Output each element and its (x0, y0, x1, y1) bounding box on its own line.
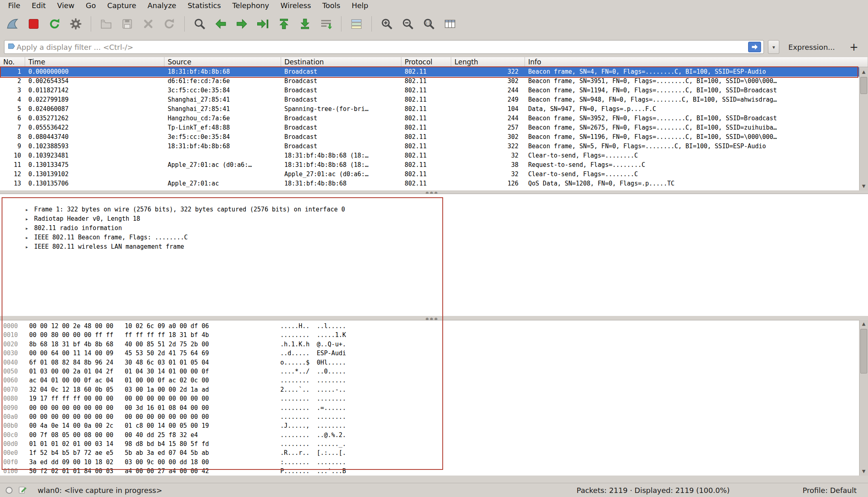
profile-label[interactable]: Profile: Default (802, 486, 862, 495)
packet-row[interactable]: 5 0.024060087 Shanghai_27:85:41 Spanning… (0, 105, 859, 114)
go-to-bottom-button[interactable] (296, 14, 314, 34)
hex-row[interactable]: 00a0 00 00 00 00 00 00 00 00 00 00 00 00… (0, 412, 859, 421)
scroll-down-icon[interactable]: ▼ (859, 182, 868, 190)
find-packet-button[interactable] (190, 14, 209, 34)
packet-row[interactable]: 9 0.102388593 18:31:bf:4b:8b:68 Broadcas… (0, 142, 859, 151)
reload-capture-button[interactable] (160, 14, 179, 34)
menu-item[interactable]: File (2, 0, 26, 11)
hex-row[interactable]: 0020 8b 68 18 31 bf 4b 8b 68 40 00 85 51… (0, 340, 859, 349)
filter-bookmark-icon[interactable] (7, 42, 17, 52)
expander-icon[interactable]: ▸ (25, 205, 34, 214)
packet-bytes-pane[interactable]: 0000 00 00 12 00 2e 48 00 00 10 02 6c 09… (0, 320, 859, 476)
column-header[interactable]: Destination (281, 57, 401, 67)
hex-row[interactable]: 0100 50 f2 02 01 01 84 00 03 a4 00 00 27… (0, 467, 859, 476)
menu-item[interactable]: Wireless (275, 0, 316, 11)
hex-row[interactable]: 0080 19 17 ff ff ff 00 00 00 00 00 00 00… (0, 394, 859, 403)
colorize-button[interactable] (347, 14, 366, 34)
scroll-up-icon[interactable]: ▲ (859, 68, 868, 76)
packet-row[interactable]: 7 0.055536422 Tp-LinkT_ef:48:88 Broadcas… (0, 123, 859, 132)
packet-row[interactable]: 12 0.130139102 Apple_27:01:ac (d0:a6:… 8… (0, 170, 859, 179)
capture-options-button[interactable] (66, 14, 85, 34)
hex-row[interactable]: 0010 00 00 80 00 00 00 ff ff ff ff ff ff… (0, 331, 859, 339)
column-header[interactable]: Protocol (401, 57, 451, 67)
packet-details-pane[interactable]: ▸Frame 1: 322 bytes on wire (2576 bits),… (0, 194, 868, 316)
add-filter-button[interactable]: + (844, 41, 864, 53)
menu-item[interactable]: Edit (26, 0, 51, 11)
menu-item[interactable]: Tools (317, 0, 346, 11)
detail-row[interactable]: ▸IEEE 802.11 Beacon frame, Flags: ......… (0, 224, 868, 233)
auto-scroll-button[interactable] (317, 14, 335, 34)
expression-button[interactable]: Expression... (783, 43, 840, 51)
hex-row[interactable]: 00c0 00 7f 08 05 00 08 00 00 00 40 dd 25… (0, 431, 859, 439)
hex-row[interactable]: 0040 6f 01 08 82 84 8b 96 24 30 48 6c 03… (0, 358, 859, 367)
scrollbar-thumb[interactable] (860, 329, 867, 373)
zoom-in-button[interactable] (377, 14, 396, 34)
go-back-button[interactable] (211, 14, 230, 34)
expander-icon[interactable]: ▸ (25, 233, 34, 242)
resize-columns-button[interactable] (441, 14, 459, 34)
menu-item[interactable]: Statistics (182, 0, 226, 11)
cell-info: Beacon frame, SN=3951, FN=0, Flags=.....… (525, 77, 859, 86)
packet-row[interactable]: 6 0.035271262 Hangzhou_cd:7a:6e Broadcas… (0, 114, 859, 123)
expander-icon[interactable]: ▸ (25, 224, 34, 233)
column-header[interactable]: No. (0, 57, 25, 67)
menu-item[interactable]: Help (346, 0, 374, 11)
restart-capture-button[interactable] (45, 14, 64, 34)
menu-item[interactable]: Analyze (142, 0, 182, 11)
packet-list-scrollbar[interactable]: ▲ ▼ (859, 68, 868, 190)
display-filter-input[interactable] (17, 43, 748, 51)
column-header[interactable]: Source (164, 57, 281, 67)
zoom-out-button[interactable] (399, 14, 417, 34)
column-header[interactable]: Length (451, 57, 525, 67)
open-capture-button[interactable] (97, 14, 115, 34)
pane-splitter[interactable]: ●●● (0, 190, 868, 194)
apply-filter-button[interactable] (748, 42, 761, 52)
packet-row[interactable]: 1 0.000000000 18:31:bf:4b:8b:68 Broadcas… (0, 67, 859, 77)
scroll-up-icon[interactable]: ▲ (859, 320, 868, 328)
capture-status-icon[interactable] (6, 487, 13, 494)
close-capture-button[interactable] (139, 14, 158, 34)
packet-row[interactable]: 13 0.130135706 Apple_27:01:ac 18:31:bf:4… (0, 179, 859, 188)
start-capture-button[interactable] (3, 14, 22, 34)
display-filter-field[interactable] (4, 40, 764, 54)
bytes-pane-scrollbar[interactable]: ▲ ▼ (859, 320, 868, 476)
save-capture-button[interactable] (118, 14, 136, 34)
filter-dropdown-button[interactable]: ▾ (768, 40, 779, 54)
column-header[interactable]: Info (525, 57, 868, 67)
go-to-top-button[interactable] (275, 14, 293, 34)
column-header[interactable]: Time (25, 57, 164, 67)
hex-row[interactable]: 00d0 01 01 01 02 01 00 03 14 98 d8 bd b4… (0, 439, 859, 448)
menu-item[interactable]: View (51, 0, 80, 11)
hex-row[interactable]: 0000 00 00 12 00 2e 48 00 00 10 02 6c 09… (0, 322, 859, 331)
expert-info-icon[interactable] (18, 486, 27, 495)
hex-row[interactable]: 0030 00 00 64 00 11 14 00 09 45 53 50 2d… (0, 349, 859, 358)
packet-row[interactable]: 2 0.002654354 d6:61:fe:cd:7a:6e Broadcas… (0, 77, 859, 86)
packet-row[interactable]: 3 0.011827142 3c:f5:cc:0e:35:84 Broadcas… (0, 86, 859, 95)
pane-splitter[interactable]: ●●● (0, 316, 868, 320)
zoom-reset-button[interactable]: 1:1 (420, 14, 438, 34)
menu-item[interactable]: Capture (102, 0, 142, 11)
cell-length: 38 (451, 160, 525, 170)
hex-row[interactable]: 0090 00 00 00 00 00 00 00 00 00 3d 16 01… (0, 403, 859, 412)
packet-row[interactable]: 11 0.130133475 Apple_27:01:ac (d0:a6:… 1… (0, 160, 859, 170)
expander-icon[interactable]: ▸ (25, 214, 34, 224)
packet-row[interactable]: 8 0.080443740 3e:f5:cc:0e:35:84 Broadcas… (0, 132, 859, 142)
stop-capture-button[interactable] (24, 14, 43, 34)
menu-item[interactable]: Go (80, 0, 102, 11)
hex-row[interactable]: 00f0 3a ed dd 09 00 10 18 02 03 00 9c 00… (0, 458, 859, 467)
scroll-down-icon[interactable]: ▼ (859, 467, 868, 476)
hex-row[interactable]: 0070 32 04 0c 12 18 60 0b 05 03 00 1a 00… (0, 385, 859, 394)
packet-row[interactable]: 4 0.022799189 Shanghai_27:85:41 Broadcas… (0, 95, 859, 105)
go-forward-button[interactable] (232, 14, 251, 34)
packet-list[interactable]: 1 0.000000000 18:31:bf:4b:8b:68 Broadcas… (0, 67, 859, 190)
hex-row[interactable]: 0060 ac 04 01 00 00 0f ac 04 01 00 00 0f… (0, 376, 859, 385)
detail-row[interactable]: ▸Frame 1: 322 bytes on wire (2576 bits),… (0, 196, 868, 205)
hex-row[interactable]: 00b0 00 4a 0e 14 00 0a 00 2c 01 c8 00 14… (0, 421, 859, 430)
hex-row[interactable]: 00e0 1f 52 b4 b5 b7 72 ae e5 5b ab 3a ed… (0, 448, 859, 457)
scrollbar-thumb[interactable] (860, 77, 867, 94)
menu-item[interactable]: Telephony (226, 0, 275, 11)
expander-icon[interactable]: ▸ (25, 242, 34, 252)
packet-row[interactable]: 10 0.103923481 18:31:bf:4b:8b:68 (18:… 8… (0, 151, 859, 160)
go-to-packet-button[interactable] (254, 14, 272, 34)
hex-row[interactable]: 0050 01 03 00 00 2a 01 04 2f 01 04 30 14… (0, 367, 859, 376)
